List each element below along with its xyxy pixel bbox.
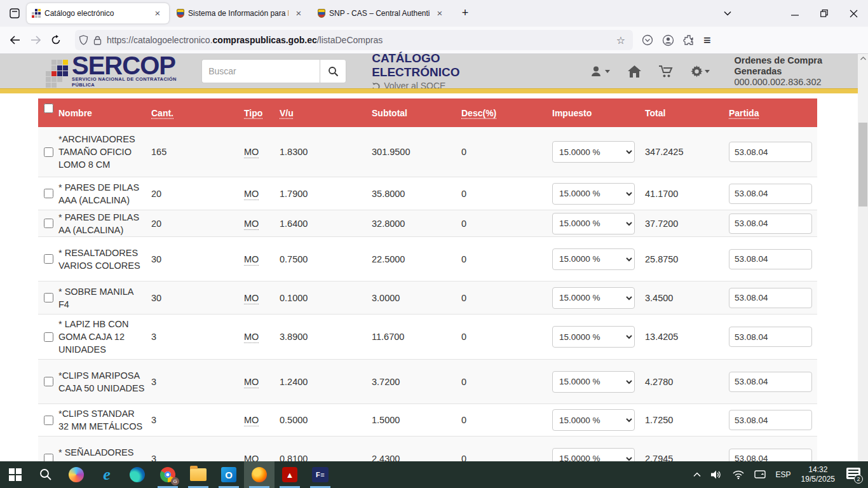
impuesto-select[interactable]: 15.0000 % (552, 141, 635, 163)
impuesto-select[interactable]: 15.0000 % (552, 287, 635, 309)
tab-close-icon[interactable]: × (151, 7, 164, 20)
bookmark-star-icon[interactable]: ☆ (613, 34, 629, 46)
pocket-icon[interactable] (642, 34, 653, 46)
cell-nombre: * RESALTADORES VARIOS COLORES (58, 247, 151, 272)
acrobat-icon[interactable]: ▲ (275, 461, 305, 488)
search-button[interactable] (320, 59, 346, 83)
windows-logo-icon (9, 468, 22, 481)
language-indicator[interactable]: ESP (776, 470, 791, 479)
cell-tipo[interactable]: MO (244, 293, 259, 304)
start-button[interactable] (0, 461, 31, 488)
back-icon[interactable] (5, 30, 25, 50)
impuesto-select[interactable]: 15.0000 % (552, 448, 635, 462)
row-checkbox[interactable] (44, 332, 53, 342)
partida-input[interactable] (729, 372, 812, 392)
cart-button[interactable] (659, 65, 673, 78)
taskbar-search-button[interactable] (31, 461, 61, 488)
reload-icon[interactable] (46, 30, 66, 50)
forward-icon[interactable] (25, 30, 46, 50)
finance-app-icon[interactable]: F≡ (305, 461, 336, 488)
window-minimize-button[interactable] (780, 0, 810, 27)
tab-title: Catálogo electrónico (44, 9, 147, 18)
tab-snp-cas[interactable]: SNP - CAS – Central Authentica × (313, 3, 451, 24)
cell-tipo[interactable]: MO (244, 219, 259, 230)
tray-clock[interactable]: 14:32 19/5/2025 (801, 465, 835, 484)
search-input[interactable] (201, 59, 320, 83)
table-header-row: Nombre Cant. Tipo V/u Subtotal Desc(%) I… (38, 98, 817, 127)
volume-icon[interactable] (711, 470, 722, 479)
col-cant[interactable]: Cant. (151, 108, 173, 118)
impuesto-select[interactable]: 15.0000 % (552, 409, 635, 431)
edge-icon[interactable] (122, 461, 153, 488)
sercop-logo[interactable]: SERCOP SERVICIO NACIONAL DE CONTRATACIÓN… (46, 55, 186, 88)
impuesto-select[interactable]: 15.0000 % (552, 183, 635, 205)
impuesto-select[interactable]: 15.0000 % (552, 326, 635, 348)
row-checkbox[interactable] (44, 377, 53, 386)
impuesto-select[interactable]: 15.0000 % (552, 213, 635, 234)
cell-tipo[interactable]: MO (244, 332, 259, 343)
extensions-puzzle-icon[interactable] (683, 34, 695, 46)
shield-icon[interactable] (79, 35, 88, 45)
cast-icon[interactable] (754, 470, 766, 479)
person-icon (590, 65, 603, 77)
settings-menu-button[interactable] (691, 65, 710, 78)
row-checkbox[interactable] (44, 189, 53, 198)
new-tab-button[interactable]: + (456, 4, 474, 22)
cell-vu: 0.1000 (280, 293, 372, 303)
cell-tipo[interactable]: MO (244, 147, 259, 158)
url-bar[interactable]: https://catalogoelectronico.compraspubli… (75, 30, 633, 50)
tab-sistema-informacion[interactable]: Sistema de Información para lo × (172, 3, 310, 24)
col-vu[interactable]: V/u (280, 108, 294, 118)
tab-close-icon[interactable]: × (292, 7, 305, 20)
row-checkbox[interactable] (44, 254, 53, 264)
lock-icon[interactable] (93, 36, 102, 45)
header-accent-bar (0, 88, 858, 93)
col-tipo[interactable]: Tipo (244, 108, 262, 118)
partida-input[interactable] (729, 214, 812, 234)
row-checkbox[interactable] (44, 219, 53, 228)
internet-explorer-icon[interactable]: e (92, 461, 122, 488)
partida-input[interactable] (729, 142, 812, 162)
home-button[interactable] (628, 65, 641, 78)
row-checkbox[interactable] (44, 293, 53, 302)
copilot-icon[interactable] (61, 461, 92, 488)
partida-input[interactable] (729, 184, 812, 204)
outlook-icon[interactable]: O (214, 461, 244, 488)
firefox-icon[interactable] (244, 461, 275, 488)
row-checkbox[interactable] (44, 454, 53, 461)
scroll-up-arrow-icon[interactable] (858, 57, 868, 60)
page-scrollbar[interactable] (858, 54, 868, 461)
tab-catalogo[interactable]: Catálogo electrónico × (27, 3, 169, 24)
wifi-icon[interactable] (733, 470, 744, 479)
col-desc[interactable]: Desc(%) (461, 108, 496, 118)
row-checkbox[interactable] (44, 147, 53, 157)
impuesto-select[interactable]: 15.0000 % (552, 248, 635, 270)
cell-tipo[interactable]: MO (244, 454, 259, 462)
window-restore-button[interactable] (810, 0, 839, 27)
tray-chevron-up-icon[interactable] (693, 472, 701, 477)
partida-input[interactable] (729, 249, 812, 269)
account-icon[interactable] (662, 34, 674, 46)
impuesto-select[interactable]: 15.0000 % (552, 371, 635, 393)
file-explorer-icon[interactable] (183, 461, 214, 488)
select-all-checkbox[interactable] (44, 104, 53, 113)
partida-input[interactable] (729, 449, 812, 462)
window-close-button[interactable] (839, 0, 868, 27)
scrollbar-thumb[interactable] (858, 123, 867, 207)
partida-input[interactable] (729, 327, 812, 347)
chrome-icon[interactable]: G (153, 461, 183, 488)
tab-close-icon[interactable]: × (433, 7, 446, 20)
row-checkbox[interactable] (44, 416, 53, 425)
partida-input[interactable] (729, 410, 812, 430)
user-menu-button[interactable] (590, 65, 610, 77)
cell-tipo[interactable]: MO (244, 189, 259, 200)
cell-tipo[interactable]: MO (244, 415, 259, 426)
firefox-view-icon[interactable] (5, 4, 24, 23)
notification-center-icon[interactable]: 2 (845, 468, 862, 482)
cell-tipo[interactable]: MO (244, 377, 259, 388)
col-partida[interactable]: Partida (729, 108, 759, 118)
menu-hamburger-icon[interactable]: ≡ (703, 33, 711, 48)
partida-input[interactable] (729, 288, 812, 308)
cell-tipo[interactable]: MO (244, 254, 259, 266)
list-all-tabs-icon[interactable] (713, 0, 742, 27)
